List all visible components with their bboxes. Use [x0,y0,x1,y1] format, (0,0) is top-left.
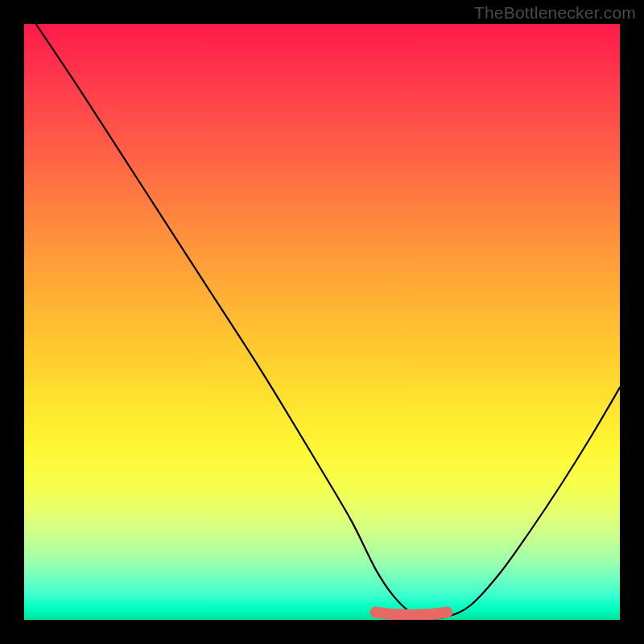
watermark-text: TheBottlenecker.com [474,3,636,23]
chart-overlay-svg [24,24,620,620]
optimal-range-highlight [376,613,448,616]
chart-frame [0,0,644,644]
plot-area [24,24,620,620]
bottleneck-curve [36,24,620,618]
